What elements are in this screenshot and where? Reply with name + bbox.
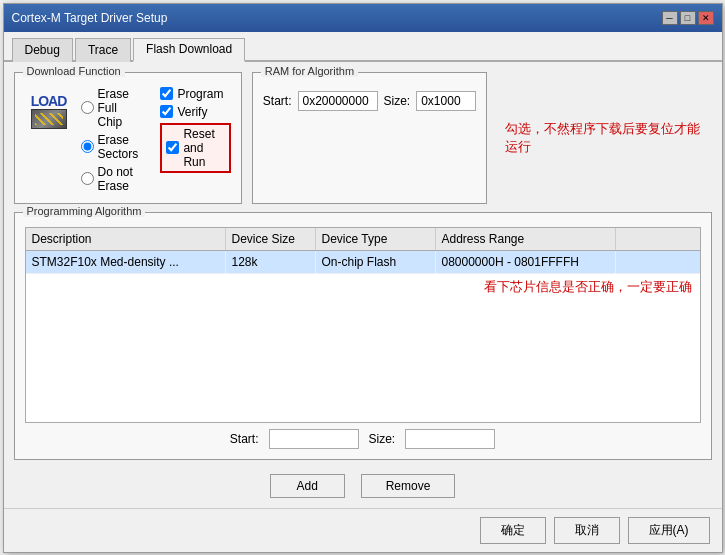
radio-do-not-erase[interactable]: Do not Erase	[81, 165, 145, 193]
ram-size-label: Size:	[384, 94, 411, 108]
cell-device-type: On-chip Flash	[316, 251, 436, 273]
top-row: Download Function LOAD Erase Full Chip	[14, 72, 712, 204]
ram-size-input[interactable]	[416, 91, 476, 111]
ram-inner: Start: Size:	[263, 91, 476, 111]
ram-start-input[interactable]	[298, 91, 378, 111]
cell-device-size: 128k	[226, 251, 316, 273]
button-row: Add Remove	[14, 474, 712, 498]
chip-graphic	[31, 109, 67, 129]
algo-table: Description Device Size Device Type Addr…	[25, 227, 701, 423]
ram-for-algo-group: RAM for Algorithm Start: Size:	[252, 72, 487, 204]
bottom-fields: Start: Size:	[25, 429, 701, 449]
cancel-button[interactable]: 取消	[554, 517, 620, 544]
checkbox-group: Program Verify Reset and Run	[160, 87, 230, 193]
bottom-start-label: Start:	[230, 432, 259, 446]
load-text: LOAD	[31, 93, 67, 109]
download-function-group: Download Function LOAD Erase Full Chip	[14, 72, 242, 204]
load-icon: LOAD	[25, 87, 73, 135]
download-function-title: Download Function	[23, 65, 125, 77]
table-row[interactable]: STM32F10x Med-density ... 128k On-chip F…	[26, 251, 700, 274]
add-button[interactable]: Add	[270, 474, 345, 498]
close-button[interactable]: ✕	[698, 11, 714, 25]
ram-for-algo-title: RAM for Algorithm	[261, 65, 358, 77]
bottom-size-input[interactable]	[405, 429, 495, 449]
cell-extra	[616, 251, 676, 273]
content-area: Download Function LOAD Erase Full Chip	[4, 62, 722, 508]
footer: 确定 取消 应用(A)	[4, 508, 722, 552]
apply-button[interactable]: 应用(A)	[628, 517, 710, 544]
bottom-start-input[interactable]	[269, 429, 359, 449]
title-bar: Cortex-M Target Driver Setup ─ □ ✕	[4, 4, 722, 32]
main-window: Cortex-M Target Driver Setup ─ □ ✕ Debug…	[3, 3, 723, 553]
annotation2: 看下芯片信息是否正确，一定要正确	[26, 274, 700, 300]
df-inner: LOAD Erase Full Chip Erase Sectors	[25, 87, 231, 193]
checkbox-reset-and-run[interactable]: Reset and Run	[160, 123, 230, 173]
table-header: Description Device Size Device Type Addr…	[26, 228, 700, 251]
prog-inner: Description Device Size Device Type Addr…	[25, 227, 701, 449]
prog-algo-title: Programming Algorithm	[23, 205, 146, 217]
tab-trace[interactable]: Trace	[75, 38, 131, 62]
cell-description: STM32F10x Med-density ...	[26, 251, 226, 273]
col-address-range: Address Range	[436, 228, 616, 250]
radio-erase-full-chip[interactable]: Erase Full Chip	[81, 87, 145, 129]
bottom-size-label: Size:	[369, 432, 396, 446]
annotation1: 勾选，不然程序下载后要复位才能运行	[505, 72, 711, 204]
window-title: Cortex-M Target Driver Setup	[12, 11, 168, 25]
ok-button[interactable]: 确定	[480, 517, 546, 544]
col-device-type: Device Type	[316, 228, 436, 250]
prog-algo-group: Programming Algorithm Description Device…	[14, 212, 712, 460]
title-bar-controls: ─ □ ✕	[662, 11, 714, 25]
checkbox-program[interactable]: Program	[160, 87, 230, 101]
radio-erase-sectors[interactable]: Erase Sectors	[81, 133, 145, 161]
maximize-button[interactable]: □	[680, 11, 696, 25]
tab-debug[interactable]: Debug	[12, 38, 73, 62]
cell-address-range: 08000000H - 0801FFFFH	[436, 251, 616, 273]
tab-flash-download[interactable]: Flash Download	[133, 38, 245, 62]
col-description: Description	[26, 228, 226, 250]
remove-button[interactable]: Remove	[361, 474, 456, 498]
ram-start-label: Start:	[263, 94, 292, 108]
radio-group: Erase Full Chip Erase Sectors Do not Era…	[81, 87, 145, 193]
minimize-button[interactable]: ─	[662, 11, 678, 25]
col-extra	[616, 228, 676, 250]
checkbox-verify[interactable]: Verify	[160, 105, 230, 119]
tab-bar: Debug Trace Flash Download	[4, 32, 722, 62]
col-device-size: Device Size	[226, 228, 316, 250]
